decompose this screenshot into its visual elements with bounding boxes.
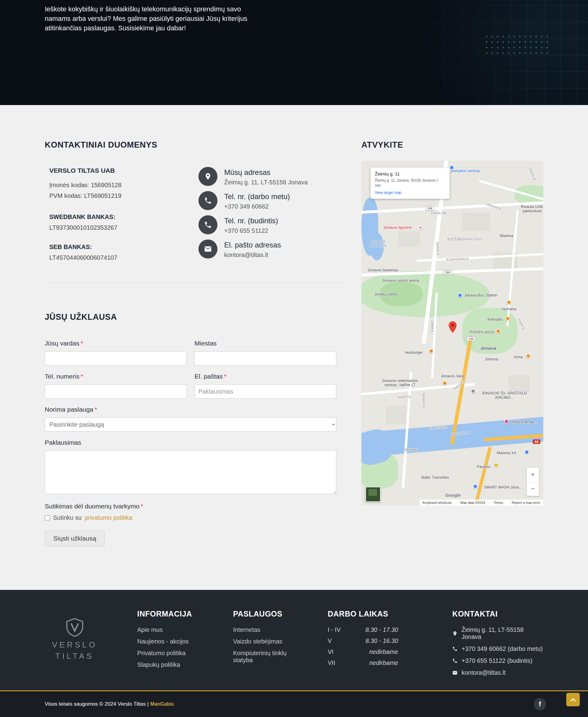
contact-item-phone-duty: Tel. nr. (budintis) +370 655 51122 (198, 215, 340, 234)
footer-link-vaizdo[interactable]: Vaizdo stebėjimas (233, 638, 303, 645)
map-label: Baltic TransAlex (421, 475, 449, 480)
message-label: Paklausimas (45, 439, 336, 446)
contact-item-title: El. pašto adresas (224, 241, 281, 249)
logo-text-line1: VERSLO (45, 640, 104, 650)
map-label: Pavėsis (477, 465, 490, 469)
footer-link-tinklu[interactable]: Kompiuterinių tinklų statyba (233, 650, 303, 664)
submit-button[interactable]: Siųsti užklausą (45, 530, 105, 546)
zoom-out-button[interactable]: − (527, 482, 539, 496)
phone-icon (452, 658, 458, 663)
contact-item-value: +370 655 51122 (224, 227, 278, 234)
consent-text: Sutinku su (53, 514, 82, 521)
bank2-account: LT457044060006074107 (49, 254, 198, 261)
map-building (508, 375, 530, 392)
footer-info-heading: INFORMACIJA (137, 610, 208, 618)
contact-item-title: Mūsų adresas (224, 168, 308, 177)
service-select[interactable]: Pasirinkite paslaugą (45, 418, 336, 431)
required-asterisk: * (224, 373, 226, 380)
contact-item-value: Žeimių g. 11, LT-55158 Jonava (224, 179, 308, 186)
location-pin-icon (452, 631, 458, 636)
service-label: Norima paslauga* (45, 406, 336, 413)
map-label: Pirtis Prie Ne... (511, 420, 537, 424)
route-badge-144: 144 (443, 270, 452, 275)
map-label: Simona (485, 357, 498, 361)
map-label: KOSMONAUTAI (447, 237, 482, 241)
footer: VERSLO TILTAS INFORMACIJA Apie mus Nauji… (0, 590, 588, 690)
map-label: Jonava Bus Station (464, 293, 497, 297)
map-marker-pin[interactable] (449, 321, 457, 334)
chevron-up-icon (570, 698, 576, 703)
logo-text-line2: TILTAS (45, 651, 104, 661)
route-badge-144: 144 (467, 337, 476, 341)
contact-item-email: El. pašto adresas kontora@tiltas.lt (198, 239, 340, 258)
hesburger-poi-icon (429, 349, 434, 354)
footer-hours-heading: DARBO LAIKAS (328, 610, 398, 618)
zoom-in-button[interactable]: + (527, 468, 539, 482)
consent-checkbox[interactable] (45, 515, 50, 520)
email-input[interactable] (194, 384, 336, 399)
map-info-card: Žeimių g. 11 Žeimių g. 11, Jonava, 55158… (371, 168, 449, 199)
name-input[interactable] (45, 351, 187, 365)
contact-item-address: Mūsų adresas Žeimių g. 11, LT-55158 Jona… (198, 167, 340, 186)
google-map[interactable]: H Bikuva prekybos centras Topolių g. Žei… (361, 161, 543, 506)
bank2-label: SEB BANKAS: (49, 244, 198, 251)
copyright-text: Visos teisės saugomos © 2024 Verslo Tilt… (45, 701, 149, 707)
route-badge-144: 144 (425, 206, 434, 211)
scroll-to-top-button[interactable] (566, 693, 580, 706)
hero-text: Ieškote kokybiškų ir šiuolaikiškų teleko… (45, 4, 265, 33)
map-label: Humana (502, 307, 516, 311)
view-larger-map-link[interactable]: View larger map (375, 190, 401, 195)
footer-contact-phone-work: +370 349 60662 (darbo metu) (452, 645, 543, 652)
phone-icon (198, 191, 217, 210)
footer-link-apie-mus[interactable]: Apie mus (137, 626, 208, 633)
map-label: Kosmonautų g. (446, 256, 469, 261)
hours-row: VIInedirbame (328, 659, 398, 667)
footer-link-naujienos[interactable]: Naujienos - akcijos (137, 638, 208, 645)
contact-left-column: KONTAKTINIAI DUOMENYS VERSLO TILTAS UAB … (45, 140, 340, 590)
map-label: Jonavos ligoninė (383, 226, 412, 230)
footer-contacts-heading: KONTAKTAI (452, 610, 543, 618)
map-label: Jonavos tvenkinys (367, 239, 389, 248)
envelope-icon (452, 670, 458, 675)
footer-link-internetas[interactable]: Internetas (233, 626, 303, 633)
report-error-link[interactable]: Report a map error (512, 501, 540, 504)
form-heading: JŪSŲ UŽKLAUSA (45, 312, 340, 322)
footer-link-slapuku[interactable]: Slapukų politika (137, 661, 208, 668)
contact-heading: KONTAKTINIAI DUOMENYS (45, 140, 340, 150)
arma-poi-icon (526, 354, 531, 358)
map-label-city: Jonava (480, 345, 496, 351)
phone-icon (198, 215, 217, 234)
contact-section: KONTAKTINIAI DUOMENYS VERSLO TILTAS UAB … (0, 105, 588, 590)
map-card-title: Žeimių g. 11 (375, 171, 445, 176)
hours-row: V8.30 - 16.30 (328, 637, 398, 645)
consent-label: Sutikimas dėl duomenų tvarkymo* (45, 503, 336, 510)
footer-link-privatumo[interactable]: Privatumo politika (137, 650, 208, 657)
privacy-policy-link[interactable]: privatumo politika (85, 514, 132, 521)
bank1-account: LT937300010102353267 (49, 224, 198, 231)
terms-link[interactable]: Terms (494, 501, 503, 504)
kiemaitis-poi-icon (506, 316, 510, 321)
map-card-subtitle: Žeimių g. 11, Jonava, 55158 Jonavos r. s… (375, 178, 445, 188)
phone-input[interactable] (45, 384, 187, 399)
map-label: Topolių g. (528, 167, 538, 181)
map-label: Hesburger (405, 351, 423, 355)
humana-poi-icon (507, 300, 511, 305)
facebook-icon[interactable]: f (534, 698, 546, 710)
location-pin-icon (198, 167, 217, 186)
street-view-thumbnail[interactable] (365, 487, 381, 502)
map-highway (474, 447, 492, 506)
message-textarea[interactable] (45, 450, 336, 494)
bank1-label: SWEDBANK BANKAS: (49, 213, 198, 220)
map-label: Jonavos baseinas (368, 268, 398, 272)
church-poi-icon (471, 389, 476, 394)
hero-section: Ieškote kokybiškų ir šiuolaikiškų teleko… (0, 0, 588, 105)
carwash-poi-icon (473, 484, 478, 489)
contact-item-title: Tel. nr. (darbo metu) (224, 192, 290, 201)
map-building (398, 231, 420, 247)
route-badge-a6: A6 (533, 440, 541, 444)
map-label: Parko g. (517, 318, 526, 331)
keyboard-shortcuts-link[interactable]: Keyboard shortcuts (423, 501, 452, 504)
envelope-icon (198, 239, 217, 258)
city-input[interactable] (194, 351, 336, 365)
mangabis-credit-link[interactable]: ManGabis (150, 701, 174, 707)
